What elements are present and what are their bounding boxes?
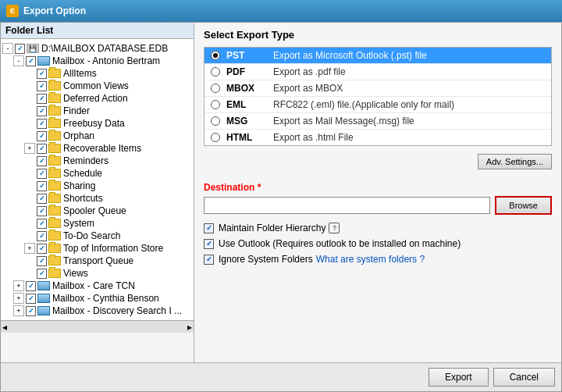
- label-antonio: Mailbox - Antonio Bertram: [52, 55, 160, 66]
- radio-msg[interactable]: [211, 116, 220, 126]
- export-option-html[interactable]: HTML Export as .html File: [205, 130, 551, 145]
- label-transport: Transport Queue: [63, 255, 133, 266]
- expander-recoverable[interactable]: +: [24, 143, 35, 154]
- placeholder-spooler: [24, 205, 35, 216]
- checkbox-reminders[interactable]: [37, 156, 47, 166]
- mailbox-icon-antonio: [37, 56, 50, 66]
- folder-icon-freebusy: [48, 119, 61, 128]
- expander-cynthia[interactable]: +: [13, 293, 24, 304]
- destination-input[interactable]: [204, 197, 490, 214]
- checkbox-todo[interactable]: [37, 231, 47, 241]
- checkbox-recoverable[interactable]: [37, 144, 47, 154]
- checkbox-transport[interactable]: [37, 256, 47, 266]
- label-topinfo: Top of Information Store: [63, 243, 163, 254]
- checkbox-schedule[interactable]: [37, 169, 47, 179]
- checkbox-system-folders[interactable]: [204, 255, 214, 265]
- expander-discovery[interactable]: +: [13, 305, 24, 316]
- checkbox-discovery[interactable]: [26, 306, 36, 316]
- checkbox-views[interactable]: [37, 269, 47, 279]
- checkbox-topinfo[interactable]: [37, 244, 47, 254]
- placeholder-deferred: [24, 93, 35, 104]
- tree-item-allitems[interactable]: AllItems: [1, 67, 194, 80]
- tree-item-todo[interactable]: To-Do Search: [1, 230, 194, 242]
- checkbox-sharing[interactable]: [37, 181, 47, 191]
- tree-item-orphan[interactable]: Orphan: [1, 130, 194, 142]
- label-freebusy: Freebusy Data: [63, 118, 125, 129]
- tree-item-system[interactable]: System: [1, 217, 194, 230]
- expander-care[interactable]: +: [13, 280, 24, 291]
- checkbox-root[interactable]: [15, 44, 25, 54]
- radio-mbox[interactable]: [211, 84, 220, 93]
- placeholder-schedule: [24, 168, 35, 179]
- checkbox-row-hierarchy: Maintain Folder Hierarchy ?: [204, 223, 552, 233]
- export-name-pdf: PDF: [226, 66, 273, 77]
- checkbox-hierarchy[interactable]: [204, 223, 214, 233]
- tree-item-freebusy[interactable]: Freebusy Data: [1, 117, 194, 130]
- checkbox-allitems[interactable]: [37, 69, 47, 79]
- tree-item-cynthia[interactable]: + Mailbox - Cynthia Benson: [1, 292, 194, 305]
- expander-topinfo[interactable]: +: [24, 243, 35, 254]
- checkbox-finder[interactable]: [37, 106, 47, 116]
- label-discovery: Mailbox - Discovery Search I ...: [52, 305, 182, 316]
- checkbox-freebusy[interactable]: [37, 119, 47, 129]
- tree-item-deferred-action[interactable]: Deferred Action: [1, 92, 194, 105]
- radio-pdf[interactable]: [211, 67, 220, 77]
- info-icon-hierarchy[interactable]: ?: [329, 223, 340, 233]
- checkbox-care[interactable]: [26, 281, 36, 291]
- export-option-pdf[interactable]: PDF Export as .pdf file: [205, 64, 551, 80]
- checkbox-shortcuts[interactable]: [37, 194, 47, 204]
- export-option-msg[interactable]: MSG Export as Mail Message(.msg) file: [205, 113, 551, 130]
- scroll-right[interactable]: ▸: [187, 322, 192, 333]
- checkbox-deferred[interactable]: [37, 94, 47, 104]
- label-schedule: Schedule: [63, 168, 102, 179]
- folder-icon-todo: [48, 231, 61, 241]
- radio-html[interactable]: [211, 133, 220, 142]
- label-outlook: Use Outlook (Requires outlook to be inst…: [219, 238, 461, 249]
- expander-antonio[interactable]: -: [13, 55, 24, 66]
- tree-item-common-views[interactable]: Common Views: [1, 80, 194, 92]
- tree-item-shortcuts[interactable]: Shortcuts: [1, 192, 194, 205]
- tree-item-recoverable[interactable]: + Recoverable Items: [1, 142, 194, 155]
- checkbox-system[interactable]: [37, 219, 47, 229]
- browse-button[interactable]: Browse: [495, 196, 552, 215]
- export-option-eml[interactable]: EML RFC822 (.eml) file.(Applicable only …: [205, 97, 551, 113]
- export-type-table: PST Export as Microsoft Outlook (.pst) f…: [204, 47, 552, 146]
- expander-root[interactable]: -: [2, 43, 13, 54]
- folder-list-header: Folder List: [1, 23, 194, 39]
- tree-item-finder[interactable]: Finder: [1, 105, 194, 117]
- checkbox-orphan[interactable]: [37, 131, 47, 141]
- checkbox-common-views[interactable]: [37, 81, 47, 91]
- radio-pst[interactable]: [211, 51, 220, 60]
- horizontal-scrollbar[interactable]: ◂ ▸: [1, 320, 194, 333]
- folder-icon-allitems: [48, 69, 61, 78]
- tree-item-sharing[interactable]: Sharing: [1, 180, 194, 192]
- checkbox-row-system-folders: Ignore System Folders What are system fo…: [204, 254, 552, 265]
- export-option-mbox[interactable]: MBOX Export as MBOX: [205, 80, 551, 97]
- tree-item-care[interactable]: + Mailbox - Care TCN: [1, 280, 194, 292]
- checkbox-spooler[interactable]: [37, 206, 47, 216]
- tree-item-views[interactable]: Views: [1, 267, 194, 280]
- export-button[interactable]: Export: [429, 368, 489, 387]
- tree-item-root[interactable]: - 💾 D:\MAILBOX DATABASE.EDB: [1, 42, 194, 55]
- tree-item-reminders[interactable]: Reminders: [1, 155, 194, 167]
- adv-settings-button[interactable]: Adv. Settings...: [478, 154, 552, 169]
- export-name-msg: MSG: [226, 116, 273, 127]
- checkbox-cynthia[interactable]: [26, 294, 36, 304]
- tree-item-discovery[interactable]: + Mailbox - Discovery Search I ...: [1, 305, 194, 317]
- tree-item-topinfo[interactable]: + Top of Information Store: [1, 242, 194, 255]
- title-bar: E Export Option: [0, 0, 562, 22]
- checkbox-outlook[interactable]: [204, 239, 214, 249]
- export-option-pst[interactable]: PST Export as Microsoft Outlook (.pst) f…: [205, 48, 551, 64]
- cancel-button[interactable]: Cancel: [493, 368, 555, 387]
- checkbox-antonio[interactable]: [26, 56, 36, 66]
- tree-item-mailbox-antonio[interactable]: - Mailbox - Antonio Bertram: [1, 55, 194, 67]
- content-area: Folder List - 💾 D:\MAILBOX DATABASE.EDB …: [1, 23, 561, 362]
- radio-eml[interactable]: [211, 100, 220, 109]
- required-marker: *: [254, 182, 261, 193]
- tree-item-schedule[interactable]: Schedule: [1, 167, 194, 180]
- tree-item-spooler[interactable]: Spooler Queue: [1, 205, 194, 217]
- scroll-left[interactable]: ◂: [2, 322, 7, 333]
- label-system-folders: Ignore System Folders: [219, 254, 313, 265]
- system-folders-link[interactable]: What are system folders ?: [316, 254, 425, 265]
- tree-item-transport[interactable]: Transport Queue: [1, 255, 194, 267]
